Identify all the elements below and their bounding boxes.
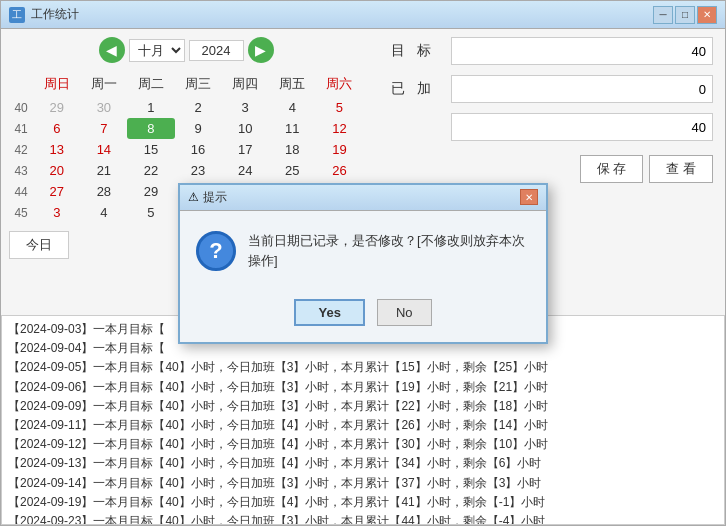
dialog-title-bar: ⚠ 提示 ✕ — [180, 185, 546, 211]
dialog-no-button[interactable]: No — [377, 299, 432, 326]
dialog-info-icon: ? — [196, 231, 236, 271]
dialog-close-button[interactable]: ✕ — [520, 189, 538, 205]
dialog-overlay: ⚠ 提示 ✕ ? 当前日期已记录，是否修改？[不修改则放弃本次操作] Yes N… — [0, 0, 726, 526]
dialog: ⚠ 提示 ✕ ? 当前日期已记录，是否修改？[不修改则放弃本次操作] Yes N… — [178, 183, 548, 344]
dialog-buttons: Yes No — [180, 291, 546, 342]
dialog-yes-button[interactable]: Yes — [294, 299, 364, 326]
dialog-title-icon: ⚠ — [188, 190, 199, 204]
dialog-body: ? 当前日期已记录，是否修改？[不修改则放弃本次操作] — [180, 211, 546, 291]
dialog-message: 当前日期已记录，是否修改？[不修改则放弃本次操作] — [248, 231, 530, 270]
dialog-title-text: 提示 — [203, 189, 520, 206]
